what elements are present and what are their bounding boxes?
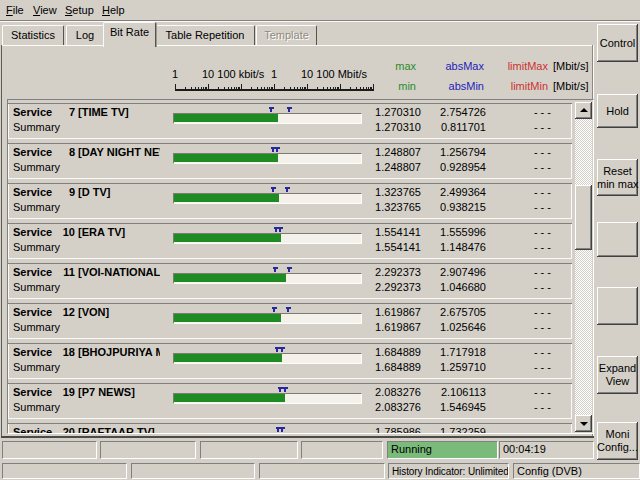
abs-min-marker [271,187,276,189]
bitrate-bar-track [173,233,362,244]
ruler-minor-tick [236,87,237,89]
menu-item-file[interactable]: File [6,0,24,20]
control-button[interactable]: Control [597,24,638,62]
button-label-line: View [597,375,638,388]
tab-table-repetition[interactable]: Table Repetition [155,25,255,45]
scroll-up-button[interactable] [575,102,592,119]
marker-stem [281,349,283,352]
abs-max-marker [280,427,285,429]
value-limitMin: - - - [471,361,551,373]
service-row-18[interactable]: Service18[BHOJPURIYA M]Summary1.6848891.… [8,343,572,383]
row-separator-top [8,223,572,224]
service-row-8[interactable]: Service8[DAY NIGHT NEWS]Summary1.2488071… [8,143,572,183]
hold-button[interactable]: Hold [597,94,638,128]
ruler-minor-tick [195,87,196,89]
unit-label-max: [Mbit/s] [553,60,588,72]
abs-max-marker [275,147,280,149]
moni-config-button[interactable]: MoniConfig... [597,422,638,460]
service-name: [D TV] [78,186,160,198]
tab-page-border-bottom [1,436,594,438]
service-row-7[interactable]: Service7[TIME TV]Summary1.2703102.754726… [8,103,572,143]
service-number: 11 [49,266,75,278]
row-edge-right [571,344,572,378]
marker-stem [279,389,281,392]
ruler-minor-tick [297,87,298,89]
blank-1-button[interactable] [597,222,638,257]
value-limitMin: - - - [471,161,551,173]
row-edge-right [571,264,572,298]
row-summary-label: Summary [13,121,60,133]
ruler-minor-tick [284,87,285,89]
tab-bit-rate[interactable]: Bit Rate [103,22,156,47]
ruler-major-tick [241,84,242,89]
status-field-3-panel [200,441,298,459]
expand-view-button[interactable]: ExpandView [597,356,638,394]
marker-stem [270,109,272,112]
tab-statistics[interactable]: Statistics [2,25,64,45]
scrollbar-thumb[interactable] [575,185,592,250]
service-label: Service [13,106,52,118]
history-indicator-text: History Indicator: Unlimited [392,466,509,477]
ruler-minor-tick [203,87,204,89]
service-number: 20 [49,426,75,433]
value-limitMin: - - - [471,241,551,253]
service-rows-viewport: Service7[TIME TV]Summary1.2703102.754726… [8,100,573,433]
marker-stem [272,189,274,192]
service-number: 10 [49,226,75,238]
scale-label-0: 1 [172,68,178,80]
row-summary-label: Summary [13,161,60,173]
value-limitMin: - - - [471,401,551,413]
ruler-major-tick [175,84,176,89]
scrollbar-track[interactable] [575,119,592,415]
ruler-minor-tick [267,87,268,89]
menu-item-view[interactable]: View [33,0,57,20]
tab-page-border-top [1,45,594,46]
ruler-minor-tick [239,87,240,89]
row-edge-right [571,424,572,433]
service-number: 19 [49,386,75,398]
service-row-9[interactable]: Service9[D TV]Summary1.3237652.499364- -… [8,183,572,223]
down-arrow-icon [580,422,588,426]
blank-2-button[interactable] [597,287,638,325]
service-name: [TIME TV] [78,106,160,118]
bitrate-bar-track [173,353,362,364]
ruler-minor-tick [333,87,334,89]
row-separator-top [8,303,572,304]
ruler-minor-tick [264,87,265,89]
tab-template[interactable]: Template [256,25,317,45]
service-row-12[interactable]: Service12[VON]Summary1.6198672.675705- -… [8,303,572,343]
abs-min-marker [269,107,274,109]
scale-label-2: 1 [271,68,277,80]
service-row-19[interactable]: Service19[P7 NEWS]Summary2.0832762.10611… [8,383,572,423]
row-edge-left [8,264,9,298]
scroll-down-button[interactable] [575,415,592,432]
row-edge-left [8,224,9,258]
menu-item-help[interactable]: Help [102,0,125,20]
service-row-11[interactable]: Service11[VOI-NATIONAL]Summary2.2923732.… [8,263,572,303]
ruler-minor-tick [201,87,202,89]
menu-item-setup[interactable]: Setup [65,0,94,20]
service-row-20[interactable]: Service20[RAFTAAR TV]Summary1.7859861.73… [8,423,572,433]
button-label-line: Moni [597,428,638,441]
service-row-10[interactable]: Service10[ERA TV]Summary1.5541411.555996… [8,223,572,263]
abs-max-marker [286,307,291,309]
reset-min-max-button[interactable]: Resetmin max [597,159,638,196]
marker-stem [273,309,275,312]
row-separator-top [8,103,572,104]
row-separator-bottom [8,298,572,299]
ruler-minor-tick [185,87,186,89]
value-limitMax: - - - [471,146,551,158]
status2-field-1-panel [2,463,127,479]
vertical-scrollbar[interactable] [575,102,592,432]
bitrate-bar-fill [174,114,278,122]
tab-log[interactable]: Log [66,25,104,45]
bitrate-bar-track [173,393,362,404]
service-name: [DAY NIGHT NEWS] [78,146,160,158]
ruler-minor-tick [228,87,229,89]
bitrate-bar-track [173,153,362,164]
button-label-line: min max [597,178,638,191]
ruler-minor-tick [305,87,306,89]
value-limitMax: - - - [471,306,551,318]
row-separator-bottom [8,178,572,179]
run-state-panel: Running [387,441,498,459]
